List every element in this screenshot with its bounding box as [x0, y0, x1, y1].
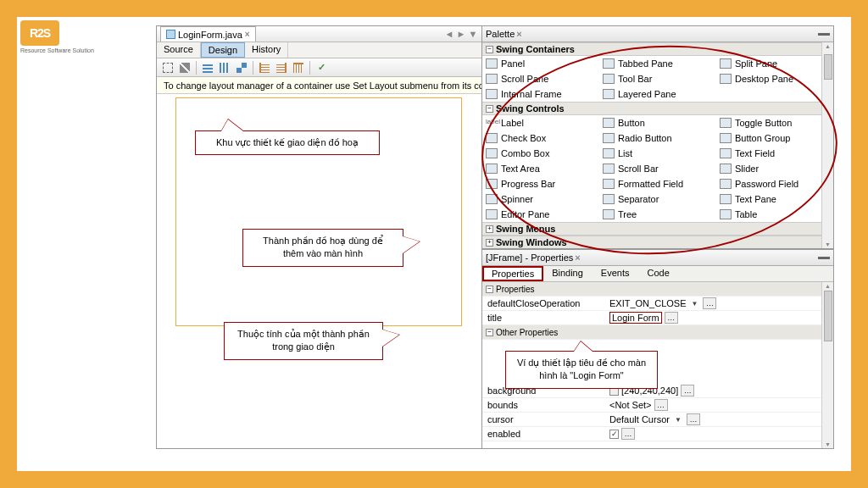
- palette-item[interactable]: Radio Button: [599, 130, 716, 146]
- select-tool[interactable]: [160, 60, 175, 75]
- tab-menu-icon[interactable]: ▼: [468, 29, 478, 39]
- palette-item[interactable]: Internal Frame: [482, 86, 599, 102]
- component-icon: [603, 89, 615, 99]
- component-label: Editor Pane: [501, 209, 549, 219]
- align-left-tool[interactable]: [257, 60, 272, 75]
- prop-row-defaultcloseoperation[interactable]: defaultCloseOperation EXIT_ON_CLOSE▼…: [482, 297, 833, 311]
- prop-value[interactable]: Default Cursor: [609, 414, 670, 424]
- section-properties[interactable]: −Properties: [482, 282, 833, 297]
- component-label: Spinner: [501, 194, 533, 204]
- palette-item[interactable]: Desktop Pane: [716, 71, 833, 86]
- align-right-tool[interactable]: [274, 60, 289, 75]
- ellipsis-button[interactable]: …: [681, 385, 694, 396]
- component-icon: [603, 209, 615, 219]
- tab-properties[interactable]: Properties: [482, 266, 543, 281]
- palette-item[interactable]: Formatted Field: [599, 176, 716, 191]
- group-controls[interactable]: − Swing Controls: [482, 102, 833, 115]
- tab-code[interactable]: Code: [638, 266, 678, 281]
- palette-item[interactable]: Tabbed Pane: [599, 56, 716, 71]
- component-icon: [486, 209, 498, 219]
- tab-history[interactable]: History: [245, 42, 288, 58]
- scrollbar[interactable]: [821, 42, 833, 248]
- check-icon: ✓: [318, 62, 326, 73]
- palette-item[interactable]: Text Pane: [716, 191, 833, 207]
- palette-item[interactable]: Panel: [482, 56, 599, 71]
- group-windows[interactable]: + Swing Windows: [482, 236, 833, 248]
- file-tab-label: LoginForm.java: [178, 30, 242, 40]
- expand-icon[interactable]: +: [486, 225, 493, 233]
- ellipsis-button[interactable]: …: [654, 399, 668, 411]
- prop-value[interactable]: Login Form: [609, 312, 662, 324]
- palette-item[interactable]: Toggle Button: [716, 115, 833, 130]
- close-icon[interactable]: ×: [575, 252, 580, 263]
- palette-item[interactable]: Check Box: [482, 130, 599, 146]
- component-icon: [720, 164, 732, 174]
- palette-item[interactable]: Button: [599, 115, 716, 130]
- palette-item[interactable]: Password Field: [716, 176, 833, 191]
- minimize-icon[interactable]: [818, 257, 830, 259]
- tab-prev-icon[interactable]: ◄: [444, 29, 454, 39]
- prop-row-bounds[interactable]: bounds <Not Set>…: [482, 398, 833, 413]
- palette-item[interactable]: labelLabel: [482, 115, 599, 130]
- palette-item[interactable]: Scroll Pane: [482, 71, 599, 86]
- ellipsis-button[interactable]: …: [665, 312, 678, 324]
- preview-tool[interactable]: ✓: [314, 60, 329, 75]
- palette-item[interactable]: Layered Pane: [599, 86, 716, 102]
- file-tab[interactable]: LoginForm.java ×: [160, 26, 256, 42]
- tab-events[interactable]: Events: [593, 266, 639, 281]
- palette-item[interactable]: Text Field: [716, 146, 833, 161]
- ellipsis-button[interactable]: …: [687, 413, 700, 425]
- palette-item[interactable]: Progress Bar: [482, 176, 599, 191]
- chevron-down-icon[interactable]: ▼: [688, 298, 700, 308]
- tab-binding[interactable]: Binding: [543, 266, 593, 281]
- prop-value[interactable]: <Not Set>: [609, 400, 652, 410]
- component-label: Formatted Field: [618, 179, 683, 189]
- checkbox[interactable]: ✓: [609, 430, 619, 439]
- align-top-tool[interactable]: [291, 60, 306, 75]
- palette-item[interactable]: Separator: [599, 191, 716, 207]
- group-containers[interactable]: − Swing Containers: [482, 42, 833, 56]
- collapse-icon[interactable]: −: [486, 105, 493, 113]
- prop-row-title[interactable]: title Login Form…: [482, 311, 833, 325]
- tab-next-icon[interactable]: ►: [456, 29, 466, 39]
- group-menus[interactable]: + Swing Menus: [482, 222, 833, 236]
- chevron-down-icon[interactable]: ▼: [672, 414, 684, 424]
- component-label: Label: [501, 118, 524, 128]
- palette-item[interactable]: List: [599, 146, 716, 161]
- palette-item[interactable]: Tool Bar: [599, 71, 716, 86]
- component-label: List: [618, 148, 632, 158]
- prop-row-cursor[interactable]: cursor Default Cursor▼…: [482, 413, 833, 427]
- section-other[interactable]: −Other Properties: [482, 325, 833, 340]
- grid3-tool[interactable]: [234, 60, 249, 75]
- palette-item[interactable]: Editor Pane: [482, 207, 599, 222]
- ellipsis-button[interactable]: …: [703, 297, 716, 309]
- collapse-icon[interactable]: −: [486, 286, 493, 293]
- palette-item[interactable]: Combo Box: [482, 146, 599, 161]
- palette-item[interactable]: Table: [716, 207, 833, 222]
- palette-item[interactable]: Split Pane: [716, 56, 833, 71]
- tab-source[interactable]: Source: [157, 42, 201, 58]
- grid1-tool[interactable]: [200, 60, 215, 75]
- connect-tool[interactable]: [177, 60, 192, 75]
- close-icon[interactable]: ×: [245, 30, 250, 39]
- palette-item[interactable]: Tree: [599, 207, 716, 222]
- prop-value[interactable]: EXIT_ON_CLOSE: [609, 298, 686, 308]
- palette-item[interactable]: Slider: [716, 161, 833, 176]
- collapse-icon[interactable]: −: [486, 46, 493, 53]
- palette-item[interactable]: Spinner: [482, 191, 599, 207]
- palette-item[interactable]: Scroll Bar: [599, 161, 716, 176]
- expand-icon[interactable]: +: [486, 239, 493, 247]
- scrollbar[interactable]: [821, 282, 833, 448]
- prop-row-enabled[interactable]: enabled ✓…: [482, 427, 833, 441]
- java-file-icon: [166, 30, 175, 39]
- palette-item[interactable]: Button Group: [716, 130, 833, 146]
- palette-body: − Swing Containers PanelTabbed PaneSplit…: [482, 42, 833, 249]
- collapse-icon[interactable]: −: [486, 329, 493, 336]
- grid2-tool[interactable]: [217, 60, 232, 75]
- component-icon: [720, 179, 732, 189]
- tab-design[interactable]: Design: [201, 42, 245, 58]
- close-icon[interactable]: ×: [516, 29, 521, 39]
- palette-item[interactable]: Text Area: [482, 161, 599, 176]
- ellipsis-button[interactable]: …: [621, 428, 635, 440]
- minimize-icon[interactable]: [818, 33, 830, 36]
